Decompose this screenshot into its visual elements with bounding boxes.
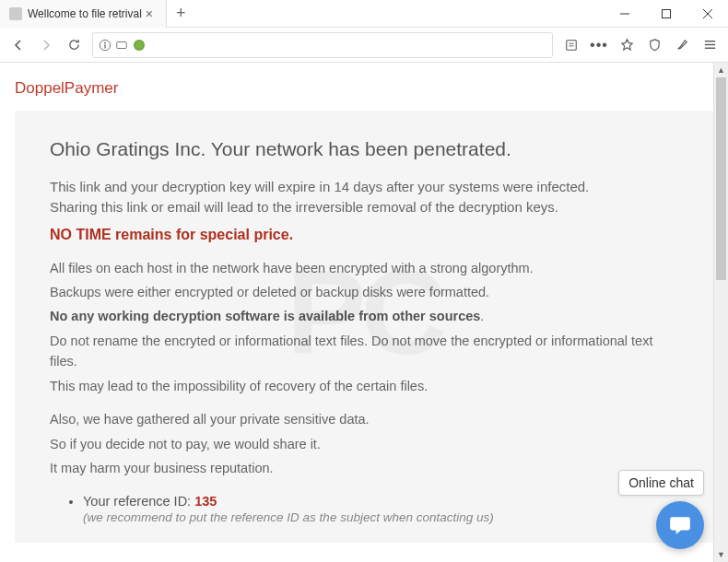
message-panel: Ohio Gratings Inc. Your network has been… — [15, 111, 713, 543]
browser-tab[interactable]: Wellcome to file retrival × — [0, 0, 167, 28]
reference-id-section: Your reference ID: 135 (we recommend to … — [50, 494, 678, 524]
body-p6: Also, we have gathered all your private … — [50, 409, 678, 429]
body-text: All files on each host in the network ha… — [50, 258, 678, 479]
tab-close-icon[interactable]: × — [142, 6, 157, 21]
no-time-notice: NO TIME remains for special price. — [50, 227, 678, 243]
window-close-button[interactable] — [687, 0, 728, 28]
body-p1: All files on each host in the network ha… — [50, 258, 678, 278]
new-tab-button[interactable]: + — [167, 4, 195, 23]
window-controls — [604, 0, 728, 28]
menu-button[interactable] — [697, 32, 722, 58]
bookmark-button[interactable] — [614, 32, 640, 58]
shield-button[interactable] — [641, 32, 667, 58]
brand-title: DoppelPaymer — [15, 79, 717, 98]
scroll-down-icon[interactable]: ▼ — [714, 547, 728, 562]
page-heading: Ohio Gratings Inc. Your network has been… — [50, 138, 678, 160]
onion-icon — [134, 40, 145, 51]
window-maximize-button[interactable] — [645, 0, 687, 28]
svg-rect-6 — [104, 44, 105, 48]
online-chat-label[interactable]: Online chat — [618, 470, 704, 496]
body-p5: This may lead to the impossibility of re… — [50, 376, 678, 396]
body-p3: No any working decryption software is av… — [50, 306, 678, 326]
body-p2: Backups were either encrypted or deleted… — [50, 282, 678, 302]
back-button[interactable] — [6, 32, 31, 58]
scroll-thumb[interactable] — [716, 77, 726, 280]
chat-button[interactable] — [656, 501, 704, 549]
svg-rect-8 — [567, 40, 577, 50]
warn-line-2: Sharing this link or email will lead to … — [50, 197, 678, 217]
url-bar[interactable] — [92, 32, 553, 58]
browser-toolbar: ••• — [0, 28, 728, 63]
scroll-up-icon[interactable]: ▲ — [714, 63, 728, 77]
settings-brush-button[interactable] — [669, 32, 695, 58]
reference-id-item: Your reference ID: 135 (we recommend to … — [83, 494, 678, 524]
ref-id-value: 135 — [194, 494, 217, 509]
body-p4: Do not rename the encryted or informatio… — [50, 331, 678, 372]
svg-point-5 — [104, 41, 106, 43]
window-minimize-button[interactable] — [604, 0, 645, 28]
warning-text: This link and your decryption key will e… — [50, 177, 678, 217]
permissions-icon — [115, 39, 128, 52]
ref-note: (we recommend to put the reference ID as… — [83, 510, 678, 524]
window-titlebar: Wellcome to file retrival × + — [0, 0, 728, 28]
svg-rect-1 — [662, 9, 670, 18]
info-icon — [99, 39, 112, 52]
chat-icon — [668, 513, 692, 537]
body-p7: So if you decide not to pay, we would sh… — [50, 434, 678, 454]
svg-rect-7 — [117, 41, 127, 48]
warn-line-1: This link and your decryption key will e… — [50, 177, 678, 197]
tab-favicon — [9, 7, 22, 20]
reload-button[interactable] — [61, 32, 87, 58]
body-p8: It may harm your business reputation. — [50, 458, 678, 478]
tab-title: Wellcome to file retrival — [28, 7, 142, 20]
forward-button[interactable] — [33, 32, 59, 58]
reader-mode-button[interactable] — [558, 32, 584, 58]
vertical-scrollbar[interactable]: ▲ ▼ — [713, 63, 728, 562]
ref-label: Your reference ID: — [83, 494, 194, 509]
more-actions-button[interactable]: ••• — [586, 32, 612, 58]
